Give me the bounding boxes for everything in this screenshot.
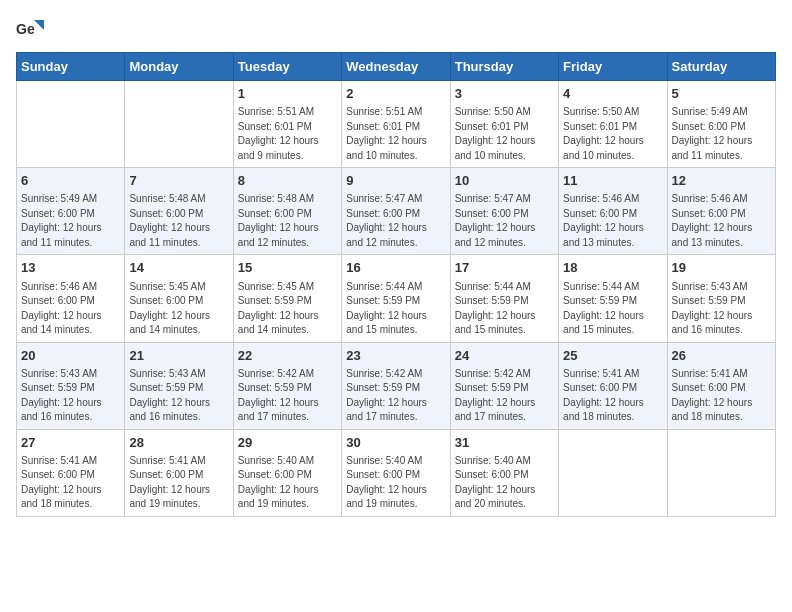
day-info: Sunrise: 5:51 AM Sunset: 6:01 PM Dayligh…: [346, 105, 445, 163]
day-info: Sunrise: 5:42 AM Sunset: 5:59 PM Dayligh…: [346, 367, 445, 425]
logo-icon: Ge: [16, 16, 44, 44]
day-info: Sunrise: 5:46 AM Sunset: 6:00 PM Dayligh…: [21, 280, 120, 338]
calendar-day-cell: 7Sunrise: 5:48 AM Sunset: 6:00 PM Daylig…: [125, 168, 233, 255]
calendar-day-cell: 12Sunrise: 5:46 AM Sunset: 6:00 PM Dayli…: [667, 168, 775, 255]
calendar-day-cell: 30Sunrise: 5:40 AM Sunset: 6:00 PM Dayli…: [342, 429, 450, 516]
svg-text:Ge: Ge: [16, 21, 35, 37]
day-number: 31: [455, 434, 554, 452]
day-number: 12: [672, 172, 771, 190]
day-info: Sunrise: 5:48 AM Sunset: 6:00 PM Dayligh…: [129, 192, 228, 250]
calendar-day-cell: 5Sunrise: 5:49 AM Sunset: 6:00 PM Daylig…: [667, 81, 775, 168]
day-number: 18: [563, 259, 662, 277]
day-info: Sunrise: 5:41 AM Sunset: 6:00 PM Dayligh…: [129, 454, 228, 512]
day-number: 28: [129, 434, 228, 452]
day-number: 11: [563, 172, 662, 190]
calendar-day-cell: 19Sunrise: 5:43 AM Sunset: 5:59 PM Dayli…: [667, 255, 775, 342]
day-of-week-header: Saturday: [667, 53, 775, 81]
calendar-day-cell: 29Sunrise: 5:40 AM Sunset: 6:00 PM Dayli…: [233, 429, 341, 516]
day-number: 21: [129, 347, 228, 365]
day-number: 26: [672, 347, 771, 365]
day-number: 20: [21, 347, 120, 365]
day-of-week-header: Tuesday: [233, 53, 341, 81]
calendar-day-cell: 27Sunrise: 5:41 AM Sunset: 6:00 PM Dayli…: [17, 429, 125, 516]
day-info: Sunrise: 5:41 AM Sunset: 6:00 PM Dayligh…: [21, 454, 120, 512]
day-info: Sunrise: 5:48 AM Sunset: 6:00 PM Dayligh…: [238, 192, 337, 250]
calendar-day-cell: 9Sunrise: 5:47 AM Sunset: 6:00 PM Daylig…: [342, 168, 450, 255]
day-number: 6: [21, 172, 120, 190]
day-number: 8: [238, 172, 337, 190]
calendar-day-cell: 6Sunrise: 5:49 AM Sunset: 6:00 PM Daylig…: [17, 168, 125, 255]
calendar-day-cell: 10Sunrise: 5:47 AM Sunset: 6:00 PM Dayli…: [450, 168, 558, 255]
day-info: Sunrise: 5:47 AM Sunset: 6:00 PM Dayligh…: [346, 192, 445, 250]
day-info: Sunrise: 5:41 AM Sunset: 6:00 PM Dayligh…: [672, 367, 771, 425]
calendar-day-cell: 24Sunrise: 5:42 AM Sunset: 5:59 PM Dayli…: [450, 342, 558, 429]
calendar-day-cell: 25Sunrise: 5:41 AM Sunset: 6:00 PM Dayli…: [559, 342, 667, 429]
day-number: 7: [129, 172, 228, 190]
calendar-day-cell: 20Sunrise: 5:43 AM Sunset: 5:59 PM Dayli…: [17, 342, 125, 429]
calendar-day-cell: 21Sunrise: 5:43 AM Sunset: 5:59 PM Dayli…: [125, 342, 233, 429]
calendar-day-cell: 28Sunrise: 5:41 AM Sunset: 6:00 PM Dayli…: [125, 429, 233, 516]
day-number: 22: [238, 347, 337, 365]
day-number: 30: [346, 434, 445, 452]
day-number: 4: [563, 85, 662, 103]
day-info: Sunrise: 5:43 AM Sunset: 5:59 PM Dayligh…: [129, 367, 228, 425]
day-info: Sunrise: 5:51 AM Sunset: 6:01 PM Dayligh…: [238, 105, 337, 163]
day-info: Sunrise: 5:46 AM Sunset: 6:00 PM Dayligh…: [563, 192, 662, 250]
calendar-day-cell: [667, 429, 775, 516]
day-info: Sunrise: 5:45 AM Sunset: 6:00 PM Dayligh…: [129, 280, 228, 338]
day-of-week-header: Sunday: [17, 53, 125, 81]
day-info: Sunrise: 5:42 AM Sunset: 5:59 PM Dayligh…: [238, 367, 337, 425]
day-number: 27: [21, 434, 120, 452]
day-of-week-header: Wednesday: [342, 53, 450, 81]
day-info: Sunrise: 5:50 AM Sunset: 6:01 PM Dayligh…: [563, 105, 662, 163]
calendar-day-cell: [125, 81, 233, 168]
calendar-day-cell: 26Sunrise: 5:41 AM Sunset: 6:00 PM Dayli…: [667, 342, 775, 429]
day-info: Sunrise: 5:44 AM Sunset: 5:59 PM Dayligh…: [455, 280, 554, 338]
day-info: Sunrise: 5:44 AM Sunset: 5:59 PM Dayligh…: [563, 280, 662, 338]
day-info: Sunrise: 5:40 AM Sunset: 6:00 PM Dayligh…: [238, 454, 337, 512]
header: Ge: [16, 16, 776, 44]
logo: Ge: [16, 16, 48, 44]
day-number: 13: [21, 259, 120, 277]
day-info: Sunrise: 5:42 AM Sunset: 5:59 PM Dayligh…: [455, 367, 554, 425]
calendar-week-row: 20Sunrise: 5:43 AM Sunset: 5:59 PM Dayli…: [17, 342, 776, 429]
calendar-day-cell: 3Sunrise: 5:50 AM Sunset: 6:01 PM Daylig…: [450, 81, 558, 168]
calendar-day-cell: 18Sunrise: 5:44 AM Sunset: 5:59 PM Dayli…: [559, 255, 667, 342]
calendar-day-cell: 8Sunrise: 5:48 AM Sunset: 6:00 PM Daylig…: [233, 168, 341, 255]
calendar-day-cell: 16Sunrise: 5:44 AM Sunset: 5:59 PM Dayli…: [342, 255, 450, 342]
calendar-day-cell: 22Sunrise: 5:42 AM Sunset: 5:59 PM Dayli…: [233, 342, 341, 429]
day-info: Sunrise: 5:47 AM Sunset: 6:00 PM Dayligh…: [455, 192, 554, 250]
day-info: Sunrise: 5:43 AM Sunset: 5:59 PM Dayligh…: [672, 280, 771, 338]
calendar-week-row: 6Sunrise: 5:49 AM Sunset: 6:00 PM Daylig…: [17, 168, 776, 255]
day-info: Sunrise: 5:44 AM Sunset: 5:59 PM Dayligh…: [346, 280, 445, 338]
day-info: Sunrise: 5:50 AM Sunset: 6:01 PM Dayligh…: [455, 105, 554, 163]
day-info: Sunrise: 5:40 AM Sunset: 6:00 PM Dayligh…: [455, 454, 554, 512]
day-number: 24: [455, 347, 554, 365]
day-number: 3: [455, 85, 554, 103]
calendar-day-cell: 31Sunrise: 5:40 AM Sunset: 6:00 PM Dayli…: [450, 429, 558, 516]
day-number: 16: [346, 259, 445, 277]
day-info: Sunrise: 5:49 AM Sunset: 6:00 PM Dayligh…: [672, 105, 771, 163]
calendar-table: SundayMondayTuesdayWednesdayThursdayFrid…: [16, 52, 776, 517]
day-info: Sunrise: 5:46 AM Sunset: 6:00 PM Dayligh…: [672, 192, 771, 250]
calendar-day-cell: 2Sunrise: 5:51 AM Sunset: 6:01 PM Daylig…: [342, 81, 450, 168]
day-number: 1: [238, 85, 337, 103]
day-info: Sunrise: 5:45 AM Sunset: 5:59 PM Dayligh…: [238, 280, 337, 338]
day-number: 15: [238, 259, 337, 277]
day-number: 23: [346, 347, 445, 365]
calendar-day-cell: 13Sunrise: 5:46 AM Sunset: 6:00 PM Dayli…: [17, 255, 125, 342]
day-number: 25: [563, 347, 662, 365]
day-number: 10: [455, 172, 554, 190]
svg-marker-1: [34, 20, 44, 30]
calendar-header-row: SundayMondayTuesdayWednesdayThursdayFrid…: [17, 53, 776, 81]
day-number: 2: [346, 85, 445, 103]
day-number: 19: [672, 259, 771, 277]
day-number: 9: [346, 172, 445, 190]
day-info: Sunrise: 5:40 AM Sunset: 6:00 PM Dayligh…: [346, 454, 445, 512]
calendar-day-cell: 4Sunrise: 5:50 AM Sunset: 6:01 PM Daylig…: [559, 81, 667, 168]
day-number: 5: [672, 85, 771, 103]
calendar-day-cell: [559, 429, 667, 516]
calendar-day-cell: 11Sunrise: 5:46 AM Sunset: 6:00 PM Dayli…: [559, 168, 667, 255]
calendar-day-cell: 23Sunrise: 5:42 AM Sunset: 5:59 PM Dayli…: [342, 342, 450, 429]
calendar-day-cell: 15Sunrise: 5:45 AM Sunset: 5:59 PM Dayli…: [233, 255, 341, 342]
